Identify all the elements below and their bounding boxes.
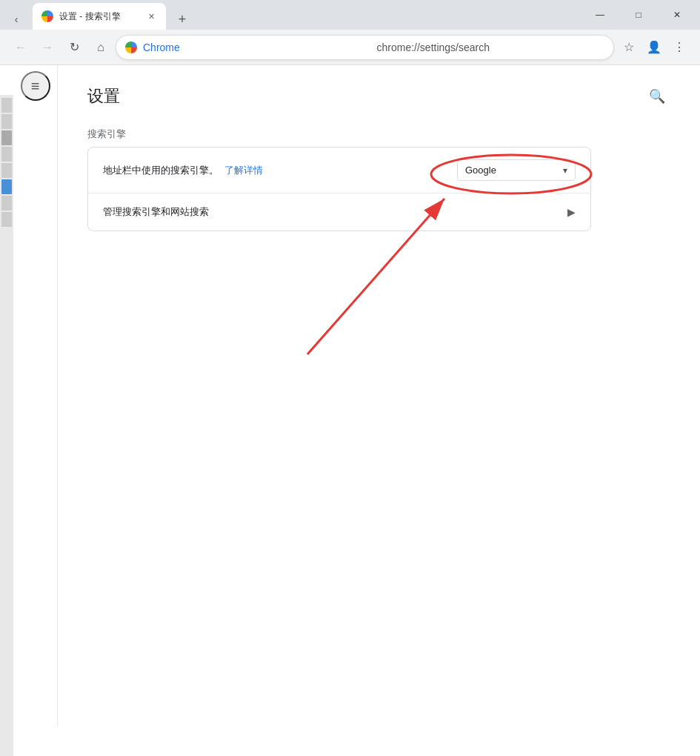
chrome-small-favicon: [125, 42, 137, 53]
settings-main-content: 设置 🔍 搜索引擎 地址栏中使用的搜索引擎。 了解详情 Google ▾ 管理搜…: [58, 65, 700, 726]
minimize-button[interactable]: —: [583, 4, 617, 26]
settings-card: 地址栏中使用的搜索引擎。 了解详情 Google ▾ 管理搜索引擎和网站搜索 ▶: [87, 147, 591, 231]
thumb-6: [1, 179, 12, 194]
manage-search-engines-row[interactable]: 管理搜索引擎和网站搜索 ▶: [88, 193, 590, 231]
thumb-1: [1, 98, 12, 113]
address-bar: ← → ↻ ⌂ Chrome chrome://settings/search …: [0, 30, 700, 65]
thumb-5: [1, 163, 12, 178]
bookmark-button[interactable]: ☆: [617, 36, 641, 59]
dropdown-arrow-icon: ▾: [563, 165, 567, 176]
search-settings-button[interactable]: 🔍: [644, 83, 670, 110]
new-tab-button[interactable]: +: [172, 9, 193, 30]
tab-back-btn[interactable]: ‹: [6, 9, 27, 30]
search-engine-row-label: 地址栏中使用的搜索引擎。 了解详情: [103, 164, 457, 177]
window-controls: — □ ✕: [583, 4, 694, 26]
chrome-logo-icon: [125, 42, 137, 53]
menu-button[interactable]: ⋮: [667, 36, 691, 59]
thumbnail-strip: [0, 95, 13, 756]
back-button[interactable]: ←: [9, 36, 33, 59]
thumb-8: [1, 212, 12, 227]
chrome-favicon-icon: [41, 10, 53, 22]
title-bar: ‹ 设置 - 搜索引擎 ✕ + — □ ✕: [0, 0, 700, 30]
tab-title: 设置 - 搜索引擎: [59, 10, 139, 23]
search-engine-label-text: 地址栏中使用的搜索引擎。: [103, 165, 219, 176]
forward-button[interactable]: →: [36, 36, 59, 59]
active-tab[interactable]: 设置 - 搜索引擎 ✕: [33, 3, 166, 30]
home-button[interactable]: ⌂: [89, 36, 113, 59]
refresh-button[interactable]: ↻: [62, 36, 86, 59]
toolbar-icons: ☆ 👤 ⋮: [617, 36, 691, 59]
omnibox[interactable]: Chrome chrome://settings/search: [116, 35, 614, 60]
chrome-brand-label: Chrome: [143, 42, 371, 53]
manage-search-engines-label: 管理搜索引擎和网站搜索: [103, 205, 567, 219]
tab-bar: ‹ 设置 - 搜索引擎 ✕ +: [6, 0, 577, 30]
settings-sidebar: ≡: [13, 65, 58, 726]
thumb-7: [1, 196, 12, 210]
page-title: 设置: [87, 85, 120, 107]
tab-close-icon[interactable]: ✕: [145, 10, 157, 22]
close-button[interactable]: ✕: [660, 4, 694, 26]
profile-button[interactable]: 👤: [642, 36, 666, 59]
thumb-3: [1, 130, 12, 145]
section-title: 搜索引擎: [87, 127, 670, 141]
search-engine-value: Google: [465, 165, 496, 176]
url-display: chrome://settings/search: [377, 42, 605, 53]
thumb-2: [1, 114, 12, 129]
tab-favicon: [41, 10, 53, 22]
settings-header: 设置 🔍: [87, 83, 670, 110]
search-engine-row: 地址栏中使用的搜索引擎。 了解详情 Google ▾: [88, 147, 590, 193]
sidebar-menu-button[interactable]: ≡: [21, 71, 50, 101]
settings-page: ≡ 设置 🔍 搜索引擎 地址栏中使用的搜索引擎。 了解详情 Google ▾: [0, 65, 700, 726]
row-arrow-icon: ▶: [567, 206, 576, 218]
thumb-4: [1, 147, 12, 162]
search-engine-dropdown[interactable]: Google ▾: [457, 159, 576, 181]
maximize-button[interactable]: □: [621, 4, 656, 26]
learn-more-link[interactable]: 了解详情: [224, 165, 263, 176]
